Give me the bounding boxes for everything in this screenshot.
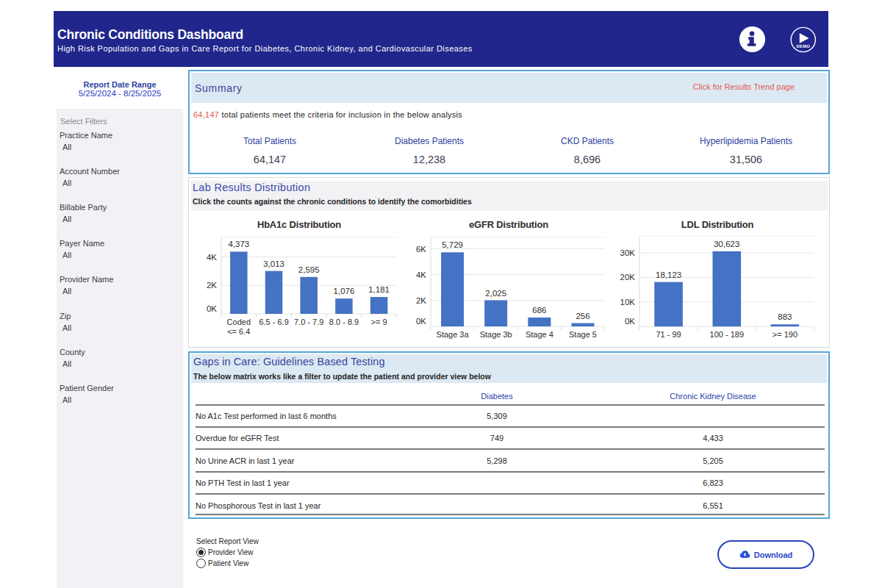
- svg-text:20K: 20K: [620, 273, 636, 282]
- svg-text:Stage 3b: Stage 3b: [480, 330, 512, 339]
- svg-text:DEMO: DEMO: [796, 44, 810, 49]
- svg-text:10K: 10K: [620, 298, 636, 306]
- svg-text:30K: 30K: [620, 248, 636, 257]
- svg-text:Stage 5: Stage 5: [569, 330, 597, 339]
- svg-text:4K: 4K: [416, 270, 426, 279]
- svg-text:1,181: 1,181: [368, 285, 390, 294]
- svg-text:30,623: 30,623: [714, 240, 739, 248]
- svg-text:2,595: 2,595: [298, 265, 320, 274]
- svg-text:<= 6.4: <= 6.4: [227, 327, 250, 336]
- svg-text:8.0 - 8.9: 8.0 - 8.9: [329, 318, 359, 326]
- svg-text:18,123: 18,123: [656, 270, 681, 279]
- svg-text:883: 883: [778, 312, 792, 321]
- svg-text:4,373: 4,373: [228, 240, 249, 248]
- svg-text:5,729: 5,729: [442, 240, 463, 249]
- svg-text:2K: 2K: [416, 296, 426, 305]
- svg-text:eGFR Distribution: eGFR Distribution: [469, 219, 548, 230]
- svg-text:HbA1c Distribution: HbA1c Distribution: [257, 219, 341, 230]
- svg-text:>= 9: >= 9: [371, 318, 387, 326]
- svg-text:6.5 - 6.9: 6.5 - 6.9: [259, 318, 288, 326]
- svg-text:2K: 2K: [207, 281, 217, 290]
- svg-text:3,013: 3,013: [263, 259, 284, 268]
- svg-text:Stage 4: Stage 4: [526, 330, 553, 339]
- svg-text:Coded: Coded: [227, 318, 251, 326]
- svg-text:LDL Distribution: LDL Distribution: [681, 219, 754, 230]
- svg-text:2,025: 2,025: [485, 289, 506, 298]
- svg-text:Stage 3a: Stage 3a: [437, 330, 470, 339]
- svg-text:>= 190: >= 190: [772, 330, 797, 339]
- svg-text:4K: 4K: [207, 253, 217, 262]
- svg-text:6K: 6K: [416, 245, 426, 254]
- svg-text:256: 256: [576, 312, 589, 320]
- svg-text:686: 686: [532, 306, 546, 315]
- svg-text:1,076: 1,076: [334, 287, 355, 295]
- svg-text:0K: 0K: [207, 304, 217, 313]
- svg-text:100 - 189: 100 - 189: [710, 330, 744, 339]
- svg-text:71 - 99: 71 - 99: [656, 330, 681, 339]
- svg-text:0K: 0K: [416, 317, 426, 326]
- svg-text:0K: 0K: [625, 317, 635, 326]
- svg-text:7.0 - 7.9: 7.0 - 7.9: [294, 318, 323, 326]
